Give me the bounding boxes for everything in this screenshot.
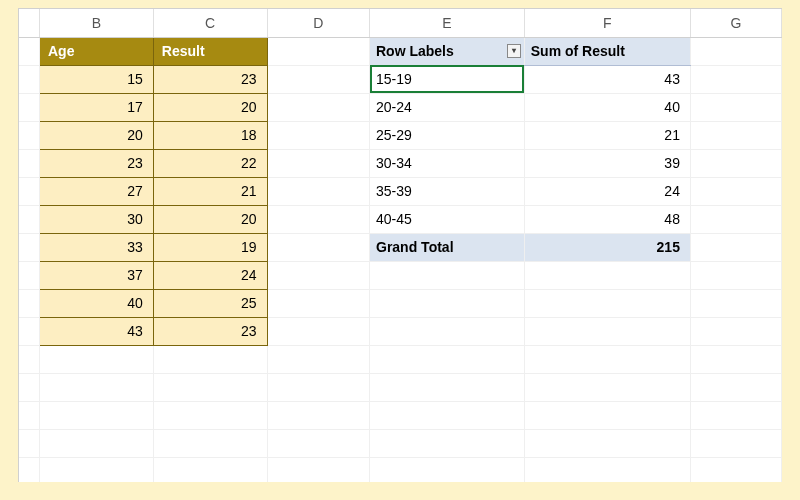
table-cell[interactable]: 20 [153,205,267,233]
table-cell[interactable]: 33 [39,233,153,261]
table-cell[interactable]: 37 [39,261,153,289]
table-cell[interactable]: 20 [153,93,267,121]
cell[interactable] [39,401,153,429]
col-header-E[interactable]: E [370,9,525,37]
cell[interactable] [267,121,369,149]
cell[interactable] [153,429,267,457]
cell[interactable] [370,373,525,401]
cell[interactable] [267,205,369,233]
cell[interactable] [153,373,267,401]
table-cell[interactable]: 15 [39,65,153,93]
table-cell[interactable]: 19 [153,233,267,261]
cell[interactable] [39,457,153,482]
col-header-G[interactable]: G [690,9,781,37]
data-header-age[interactable]: Age [39,37,153,65]
table-cell[interactable]: 23 [39,149,153,177]
data-header-result[interactable]: Result [153,37,267,65]
cell[interactable] [267,65,369,93]
pivot-cell[interactable]: 39 [524,149,690,177]
table-cell[interactable]: 22 [153,149,267,177]
cell[interactable] [153,457,267,482]
cell[interactable] [267,261,369,289]
cell[interactable] [690,121,781,149]
cell[interactable] [267,317,369,345]
cell[interactable] [267,401,369,429]
spreadsheet-area[interactable]: B C D E F G Age Result Row Labels ▾ Sum … [18,8,782,482]
col-header-D[interactable]: D [267,9,369,37]
cell[interactable] [39,429,153,457]
cell[interactable] [267,177,369,205]
pivot-cell[interactable]: 35-39 [370,177,525,205]
cell[interactable] [690,429,781,457]
filter-dropdown-icon[interactable]: ▾ [507,44,521,58]
corner-cell[interactable] [19,9,39,37]
cell[interactable] [267,373,369,401]
cell[interactable] [524,373,690,401]
cell[interactable] [524,289,690,317]
cell[interactable] [690,149,781,177]
cell[interactable] [267,37,369,65]
table-cell[interactable]: 43 [39,317,153,345]
cell[interactable] [39,345,153,373]
cell[interactable] [524,261,690,289]
pivot-header-sum[interactable]: Sum of Result [524,37,690,65]
cell[interactable] [524,317,690,345]
pivot-cell[interactable]: 43 [524,65,690,93]
cell[interactable] [690,345,781,373]
col-header-C[interactable]: C [153,9,267,37]
pivot-cell[interactable]: 30-34 [370,149,525,177]
col-header-B[interactable]: B [39,9,153,37]
col-header-F[interactable]: F [524,9,690,37]
table-cell[interactable]: 20 [39,121,153,149]
pivot-cell[interactable]: 20-24 [370,93,525,121]
cell[interactable] [370,457,525,482]
cell[interactable] [267,457,369,482]
cell[interactable] [690,373,781,401]
cell[interactable] [370,345,525,373]
cell[interactable] [524,429,690,457]
cell[interactable] [524,457,690,482]
pivot-cell[interactable]: 25-29 [370,121,525,149]
pivot-grand-total-label[interactable]: Grand Total [370,233,525,261]
table-cell[interactable]: 40 [39,289,153,317]
table-cell[interactable]: 21 [153,177,267,205]
table-cell[interactable]: 17 [39,93,153,121]
pivot-cell[interactable]: 40-45 [370,205,525,233]
table-cell[interactable]: 23 [153,317,267,345]
cell[interactable] [267,345,369,373]
cell[interactable] [370,261,525,289]
table-cell[interactable]: 30 [39,205,153,233]
cell[interactable] [370,317,525,345]
table-cell[interactable]: 24 [153,261,267,289]
cell[interactable] [690,37,781,65]
pivot-grand-total-value[interactable]: 215 [524,233,690,261]
pivot-cell[interactable]: 21 [524,121,690,149]
cell[interactable] [690,65,781,93]
table-cell[interactable]: 18 [153,121,267,149]
table-cell[interactable]: 27 [39,177,153,205]
pivot-cell[interactable]: 24 [524,177,690,205]
cell[interactable] [267,149,369,177]
cell[interactable] [690,233,781,261]
cell[interactable] [370,429,525,457]
cell[interactable] [690,401,781,429]
cell[interactable] [153,345,267,373]
pivot-cell[interactable]: 40 [524,93,690,121]
cell[interactable] [267,233,369,261]
cell[interactable] [267,429,369,457]
table-cell[interactable]: 25 [153,289,267,317]
pivot-header-rowlabels[interactable]: Row Labels ▾ [370,37,525,65]
table-cell[interactable]: 23 [153,65,267,93]
pivot-cell[interactable]: 48 [524,205,690,233]
cell[interactable] [153,401,267,429]
cell[interactable] [690,289,781,317]
cell[interactable] [690,205,781,233]
cell[interactable] [690,93,781,121]
cell[interactable] [524,401,690,429]
cell[interactable] [690,177,781,205]
active-cell[interactable]: 15-19 [370,65,525,93]
cell[interactable] [267,93,369,121]
cell[interactable] [524,345,690,373]
cell[interactable] [267,289,369,317]
cell[interactable] [39,373,153,401]
